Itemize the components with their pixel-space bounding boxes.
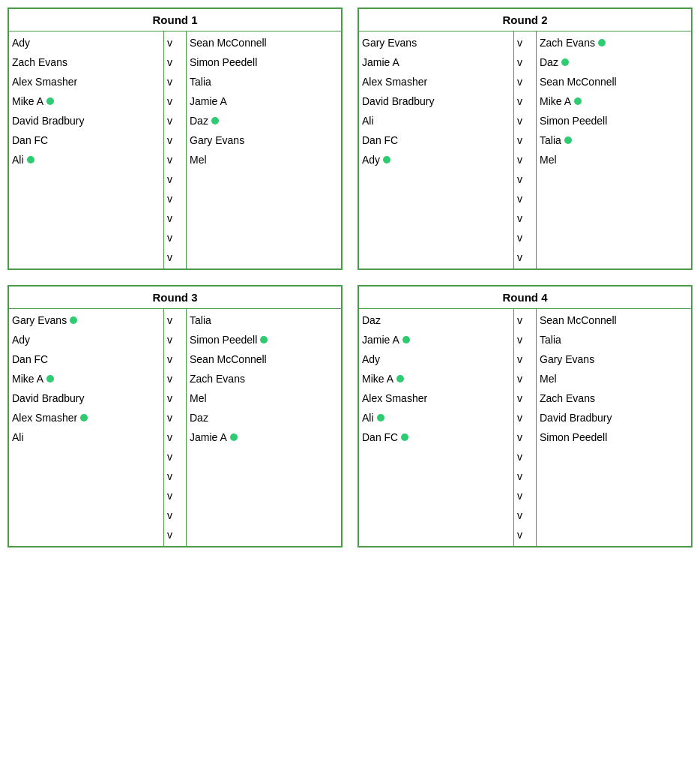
right-player-row-2-8 — [540, 170, 688, 189]
right-player-row-1-4: Jamie A — [190, 92, 338, 111]
vs-cell-1-12: v — [167, 248, 183, 267]
right-dot-2-4 — [574, 98, 582, 105]
vs-cell-1-8: v — [167, 170, 183, 189]
left-player-name-1-4: Mike A — [12, 95, 54, 107]
round-box-4: Round 4DazJamie AAdyMike AAlex SmasherAl… — [357, 285, 693, 548]
left-player-name-3-6: Alex Smasher — [12, 412, 88, 424]
vs-cell-4-9: v — [517, 466, 533, 486]
right-player-row-4-3: Gary Evans — [540, 350, 688, 369]
right-player-name-2-3: Sean McConnell — [540, 76, 617, 88]
left-player-row-1-2: Zach Evans — [12, 52, 160, 72]
vs-cell-1-1: v — [167, 33, 183, 52]
round-content-4: DazJamie AAdyMike AAlex SmasherAliDan FC… — [359, 309, 691, 546]
vs-cell-2-7: v — [517, 150, 533, 170]
left-player-name-4-4: Mike A — [362, 373, 404, 385]
vs-cell-4-3: v — [517, 350, 533, 369]
right-player-name-3-4: Zach Evans — [190, 373, 245, 385]
right-player-row-1-3: Talia — [190, 72, 338, 92]
right-player-name-3-5: Mel — [190, 392, 207, 404]
right-player-name-2-5: Simon Peedell — [540, 115, 607, 127]
left-player-row-4-8 — [362, 447, 510, 466]
right-player-row-4-6: David Bradbury — [540, 408, 688, 428]
left-player-row-2-8 — [362, 170, 510, 189]
vs-cell-2-4: v — [517, 92, 533, 111]
vs-cell-4-1: v — [517, 310, 533, 330]
right-player-row-4-10 — [540, 486, 688, 506]
right-player-row-4-1: Sean McConnell — [540, 310, 688, 330]
right-dot-3-7 — [230, 434, 238, 441]
right-player-name-1-2: Simon Peedell — [190, 56, 257, 68]
right-player-row-2-9 — [540, 189, 688, 208]
left-player-row-1-7: Ali — [12, 150, 160, 170]
right-player-row-3-7: Jamie A — [190, 428, 338, 447]
left-player-name-3-2: Ady — [12, 334, 30, 346]
right-player-name-2-7: Mel — [540, 154, 557, 166]
right-player-name-4-6: David Bradbury — [540, 412, 612, 424]
vs-cell-3-8: v — [167, 447, 183, 466]
round-content-2: Gary EvansJamie AAlex SmasherDavid Bradb… — [359, 32, 691, 268]
right-player-name-2-4: Mike A — [540, 95, 582, 107]
right-player-row-3-12 — [190, 525, 338, 544]
right-dot-1-5 — [211, 117, 219, 124]
left-player-row-4-11 — [362, 506, 510, 525]
round-box-3: Round 3Gary EvansAdyDan FCMike ADavid Br… — [7, 285, 343, 548]
left-player-row-2-1: Gary Evans — [362, 33, 510, 52]
left-player-row-1-5: David Bradbury — [12, 111, 160, 130]
left-player-name-1-6: Dan FC — [12, 134, 48, 146]
round-box-2: Round 2Gary EvansJamie AAlex SmasherDavi… — [357, 8, 693, 270]
left-player-name-1-2: Zach Evans — [12, 56, 67, 68]
col-right-4: Sean McConnellTaliaGary EvansMelZach Eva… — [537, 309, 691, 546]
left-player-row-1-1: Ady — [12, 33, 160, 52]
left-player-row-2-4: David Bradbury — [362, 92, 510, 111]
vs-cell-4-10: v — [517, 486, 533, 506]
left-player-row-1-3: Alex Smasher — [12, 72, 160, 92]
left-player-row-4-2: Jamie A — [362, 330, 510, 350]
right-player-row-3-4: Zach Evans — [190, 369, 338, 388]
vs-cell-4-6: v — [517, 408, 533, 428]
vs-cell-2-11: v — [517, 228, 533, 248]
right-player-row-2-6: Talia — [540, 130, 688, 150]
vs-cell-1-5: v — [167, 111, 183, 130]
right-player-row-1-11 — [190, 228, 338, 248]
col-right-3: TaliaSimon PeedellSean McConnellZach Eva… — [187, 309, 341, 546]
vs-cell-1-2: v — [167, 52, 183, 72]
round-title-2: Round 2 — [359, 9, 691, 32]
left-player-name-2-6: Dan FC — [362, 134, 398, 146]
right-player-row-3-5: Mel — [190, 388, 338, 408]
right-dot-2-2 — [561, 58, 569, 66]
right-player-name-4-3: Gary Evans — [540, 353, 594, 365]
right-player-row-4-5: Zach Evans — [540, 388, 688, 408]
right-player-row-1-5: Daz — [190, 111, 338, 130]
left-player-row-3-6: Alex Smasher — [12, 408, 160, 428]
right-player-row-2-4: Mike A — [540, 92, 688, 111]
vs-cell-4-11: v — [517, 506, 533, 525]
right-player-name-1-5: Daz — [190, 115, 219, 127]
vs-cell-4-4: v — [517, 369, 533, 388]
round-title-1: Round 1 — [9, 9, 341, 32]
vs-cell-1-9: v — [167, 189, 183, 208]
right-player-name-3-3: Sean McConnell — [190, 353, 267, 365]
right-player-name-1-1: Sean McConnell — [190, 37, 267, 49]
left-player-name-4-7: Dan FC — [362, 431, 408, 443]
left-player-row-4-9 — [362, 466, 510, 486]
left-player-row-2-6: Dan FC — [362, 130, 510, 150]
left-dot-4-6 — [377, 414, 384, 422]
right-dot-2-6 — [564, 136, 572, 144]
right-player-name-2-1: Zach Evans — [540, 37, 606, 49]
right-player-row-1-1: Sean McConnell — [190, 33, 338, 52]
left-dot-4-4 — [396, 375, 404, 382]
left-player-row-2-11 — [362, 228, 510, 248]
vs-cell-2-3: v — [517, 72, 533, 92]
right-player-name-1-7: Mel — [190, 154, 207, 166]
left-player-name-3-5: David Bradbury — [12, 392, 85, 404]
right-player-row-1-9 — [190, 189, 338, 208]
left-player-row-4-5: Alex Smasher — [362, 388, 510, 408]
left-player-row-3-10 — [12, 486, 160, 506]
col-left-4: DazJamie AAdyMike AAlex SmasherAliDan FC — [359, 309, 514, 546]
right-player-row-2-3: Sean McConnell — [540, 72, 688, 92]
left-player-row-2-10 — [362, 208, 510, 228]
right-player-row-4-9 — [540, 466, 688, 486]
left-player-row-3-4: Mike A — [12, 369, 160, 388]
vs-cell-2-10: v — [517, 208, 533, 228]
round-content-1: AdyZach EvansAlex SmasherMike ADavid Bra… — [9, 32, 341, 268]
